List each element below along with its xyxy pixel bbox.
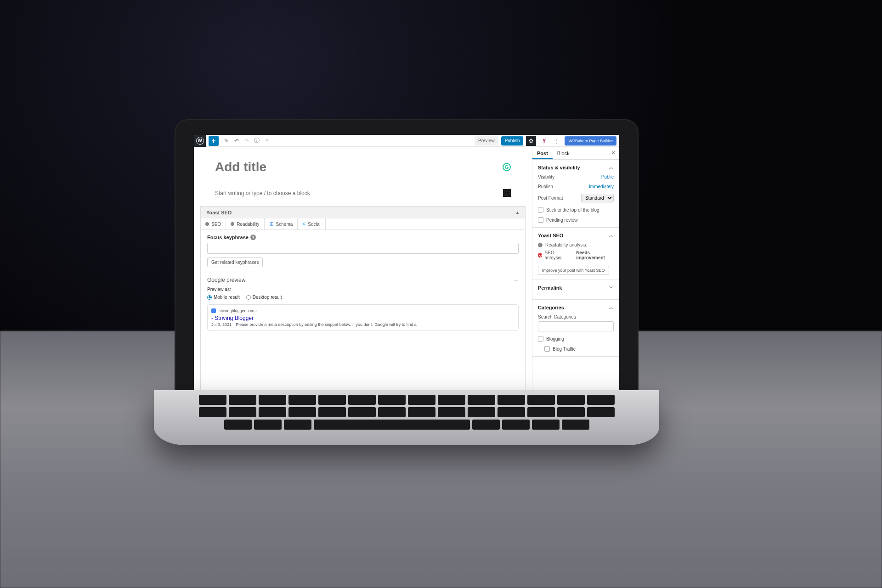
preview-button[interactable]: Preview bbox=[475, 136, 498, 146]
google-snippet-preview: strivingblogger.com › - Striving Blogger… bbox=[207, 304, 519, 331]
info-icon[interactable]: ⓘ bbox=[252, 135, 262, 147]
tab-post[interactable]: Post bbox=[532, 147, 553, 159]
wpbakery-button[interactable]: WPBakery Page Builder bbox=[565, 136, 616, 146]
post-format-select[interactable]: Standard bbox=[581, 194, 614, 202]
mobile-result-radio[interactable]: Mobile result bbox=[207, 295, 240, 300]
post-title-input[interactable]: Add title bbox=[215, 160, 503, 174]
seo-analysis-value: Needs improvement bbox=[576, 250, 614, 260]
permalink-header[interactable]: Permalink ﹀ bbox=[538, 285, 614, 291]
visibility-value[interactable]: Public bbox=[601, 174, 614, 179]
edit-icon[interactable]: ✎ bbox=[221, 135, 232, 147]
improve-post-yoast-button[interactable]: Improve your post with Yoast SEO bbox=[538, 266, 609, 275]
chevron-up-icon: ︿ bbox=[609, 304, 614, 311]
yoast-metabox: Yoast SEO ▲ SEO Readability ⊞Schema <Soc… bbox=[200, 206, 526, 404]
grammarly-icon[interactable]: G bbox=[503, 163, 511, 171]
seo-status-icon bbox=[538, 253, 542, 258]
options-icon[interactable]: ⋮ bbox=[552, 135, 562, 147]
snippet-title: - Striving Blogger bbox=[211, 315, 514, 321]
preview-as-label: Preview as: bbox=[207, 287, 519, 292]
publish-value[interactable]: Immediately bbox=[589, 184, 614, 189]
google-preview-header[interactable]: Google preview ︿ bbox=[207, 277, 519, 283]
search-categories-input[interactable] bbox=[538, 321, 614, 331]
readability-status-icon bbox=[538, 243, 543, 247]
tab-block[interactable]: Block bbox=[553, 147, 574, 159]
yoast-tab-readability[interactable]: Readability bbox=[226, 218, 264, 230]
snippet-description: Please provide a meta description by edi… bbox=[236, 322, 416, 327]
add-block-button[interactable]: + bbox=[209, 136, 219, 146]
category-blog-traffic-checkbox[interactable]: Blog Traffic bbox=[544, 346, 614, 352]
help-icon[interactable]: ? bbox=[250, 235, 256, 240]
yoast-metabox-title: Yoast SEO bbox=[206, 210, 232, 215]
inline-add-block-button[interactable]: + bbox=[503, 189, 511, 197]
chevron-up-icon: ︿ bbox=[609, 232, 614, 239]
category-blogging-checkbox[interactable]: Blogging bbox=[538, 336, 614, 342]
focus-keyphrase-label: Focus keyphrase ? bbox=[207, 235, 519, 240]
settings-sidebar: Post Block ✕ Status & visibility ︿ Visib… bbox=[532, 147, 619, 404]
undo-icon[interactable]: ↶ bbox=[232, 135, 242, 147]
outline-icon[interactable]: ≡ bbox=[262, 135, 272, 147]
desktop-result-radio[interactable]: Desktop result bbox=[246, 295, 282, 300]
yoast-tab-schema[interactable]: ⊞Schema bbox=[265, 218, 298, 230]
favicon-icon bbox=[211, 308, 216, 313]
status-visibility-header[interactable]: Status & visibility ︿ bbox=[538, 164, 614, 171]
chevron-down-icon: ﹀ bbox=[609, 285, 614, 291]
yoast-tab-seo[interactable]: SEO bbox=[201, 218, 226, 230]
chevron-up-icon: ▲ bbox=[515, 210, 520, 215]
chevron-up-icon: ︿ bbox=[609, 164, 614, 171]
wordpress-logo[interactable]: W bbox=[194, 135, 206, 147]
snippet-date: Jul 3, 2021 bbox=[211, 322, 232, 327]
categories-header[interactable]: Categories ︿ bbox=[538, 304, 614, 311]
close-sidebar-icon[interactable]: ✕ bbox=[611, 150, 616, 156]
editor-toolbar: W + ✎ ↶ ↷ ⓘ ≡ Preview Publish ✿ Y ⋮ WPBa… bbox=[194, 135, 619, 147]
visibility-label: Visibility bbox=[538, 174, 601, 179]
seo-analysis-label: SEO analysis: bbox=[545, 250, 570, 260]
publish-button[interactable]: Publish bbox=[501, 136, 524, 146]
get-related-keyphrases-button[interactable]: Get related keyphrases bbox=[207, 258, 263, 267]
post-format-label: Post Format bbox=[538, 196, 581, 201]
yoast-metabox-header[interactable]: Yoast SEO ▲ bbox=[201, 207, 525, 218]
search-categories-label: Search Categories bbox=[538, 314, 614, 319]
yoast-icon[interactable]: Y bbox=[539, 136, 549, 146]
yoast-sidebar-header[interactable]: Yoast SEO ︿ bbox=[538, 232, 614, 239]
redo-icon[interactable]: ↷ bbox=[242, 135, 252, 147]
focus-keyphrase-input[interactable] bbox=[207, 243, 519, 254]
publish-label: Publish bbox=[538, 184, 589, 189]
settings-icon[interactable]: ✿ bbox=[526, 136, 536, 146]
stick-to-top-checkbox[interactable]: Stick to the top of the blog bbox=[538, 207, 614, 213]
chevron-up-icon: ︿ bbox=[514, 277, 519, 283]
post-body-placeholder[interactable]: Start writing or type / to choose a bloc… bbox=[215, 190, 503, 196]
readability-analysis-label: Readability analysis: bbox=[545, 242, 587, 247]
yoast-tab-social[interactable]: <Social bbox=[298, 218, 325, 230]
pending-review-checkbox[interactable]: Pending review bbox=[538, 217, 614, 223]
